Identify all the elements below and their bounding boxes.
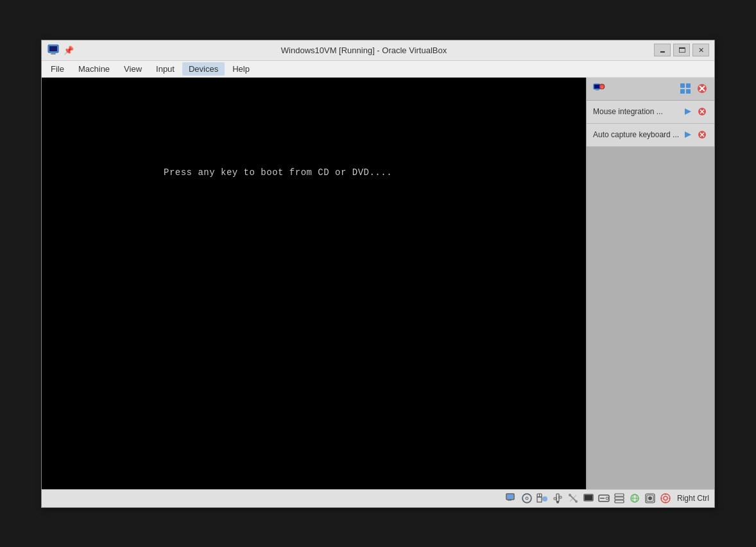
status-network-icon[interactable] xyxy=(628,492,641,505)
svg-rect-12 xyxy=(680,89,685,94)
menu-devices[interactable]: Devices xyxy=(182,62,225,76)
window-controls: 🗕 🗖 ✕ xyxy=(654,44,709,56)
status-audio-icon[interactable] xyxy=(644,492,657,505)
svg-point-35 xyxy=(542,496,547,501)
side-toolbar-right xyxy=(678,81,709,96)
svg-point-42 xyxy=(575,500,578,503)
svg-rect-45 xyxy=(585,495,592,500)
mouse-integration-actions xyxy=(682,106,708,117)
side-item-auto-capture[interactable]: Auto capture keyboard ... xyxy=(587,124,714,147)
menu-help[interactable]: Help xyxy=(226,62,256,76)
side-main-icon[interactable]: ! xyxy=(592,81,606,96)
side-icon-settings[interactable] xyxy=(678,81,692,96)
svg-point-30 xyxy=(526,497,528,500)
svg-point-58 xyxy=(661,494,670,503)
svg-rect-1 xyxy=(49,46,57,51)
menu-input[interactable]: Input xyxy=(150,62,181,76)
svg-rect-5 xyxy=(594,85,599,88)
svg-point-31 xyxy=(523,494,531,502)
side-panel: ! xyxy=(586,78,714,489)
menu-bar: File Machine View Input Devices Help xyxy=(42,61,714,78)
svg-rect-36 xyxy=(556,494,559,501)
window-title: Windows10VM [Running] - Oracle VirtualBo… xyxy=(74,46,654,55)
auto-capture-close[interactable] xyxy=(696,129,708,140)
menu-machine[interactable]: Machine xyxy=(72,62,116,76)
status-settings-icon[interactable] xyxy=(659,492,672,505)
title-bar-left: 📌 xyxy=(47,44,74,56)
status-storage-icon[interactable] xyxy=(613,492,626,505)
vm-screen[interactable]: Press any key to boot from CD or DVD.... xyxy=(42,78,586,489)
auto-capture-expand[interactable] xyxy=(682,129,694,140)
mouse-integration-label: Mouse integration ... xyxy=(593,107,682,116)
status-bar: Right Ctrl xyxy=(42,489,714,507)
main-area: Press any key to boot from CD or DVD....… xyxy=(42,78,714,489)
side-toolbar-left: ! xyxy=(592,81,606,96)
vm-boot-text: Press any key to boot from CD or DVD.... xyxy=(164,167,392,178)
status-display2-icon[interactable] xyxy=(582,492,595,505)
svg-marker-21 xyxy=(685,131,691,138)
status-tools-icon[interactable] xyxy=(567,492,580,505)
status-usb-icon[interactable] xyxy=(551,492,564,505)
svg-point-59 xyxy=(664,496,667,500)
side-icon-close[interactable] xyxy=(695,81,709,96)
mouse-integration-expand[interactable] xyxy=(682,106,694,117)
svg-rect-49 xyxy=(615,494,624,496)
svg-rect-33 xyxy=(537,497,542,502)
side-panel-empty-area xyxy=(587,147,714,489)
svg-rect-13 xyxy=(686,89,691,94)
side-item-mouse-integration[interactable]: Mouse integration ... xyxy=(587,101,714,124)
svg-rect-11 xyxy=(686,83,691,88)
svg-rect-28 xyxy=(508,500,511,501)
status-display-icon[interactable] xyxy=(505,492,518,505)
svg-point-39 xyxy=(556,501,559,503)
restore-button[interactable]: 🗖 xyxy=(673,44,690,56)
svg-point-47 xyxy=(606,497,608,500)
svg-point-57 xyxy=(648,496,652,500)
svg-rect-7 xyxy=(596,90,599,90)
auto-capture-label: Auto capture keyboard ... xyxy=(593,130,682,139)
menu-file[interactable]: File xyxy=(44,62,71,76)
svg-point-29 xyxy=(522,494,531,503)
virtualbox-window: 📌 Windows10VM [Running] - Oracle Virtual… xyxy=(41,40,715,508)
svg-rect-50 xyxy=(615,497,624,500)
auto-capture-actions xyxy=(682,129,708,140)
pin-icon[interactable]: 📌 xyxy=(64,46,74,55)
title-bar: 📌 Windows10VM [Running] - Oracle Virtual… xyxy=(42,40,714,61)
svg-rect-3 xyxy=(51,53,56,55)
mouse-integration-close[interactable] xyxy=(696,106,708,117)
svg-marker-17 xyxy=(685,108,691,115)
app-icon xyxy=(47,44,60,56)
status-optical-icon[interactable] xyxy=(520,492,533,505)
svg-rect-10 xyxy=(680,83,685,88)
close-button[interactable]: ✕ xyxy=(692,44,709,56)
svg-rect-51 xyxy=(615,500,624,503)
svg-rect-26 xyxy=(507,494,513,499)
right-ctrl-label: Right Ctrl xyxy=(677,494,709,503)
status-mouse-icon[interactable] xyxy=(536,492,549,505)
side-panel-toolbar: ! xyxy=(587,78,714,101)
menu-view[interactable]: View xyxy=(117,62,148,76)
minimize-button[interactable]: 🗕 xyxy=(654,44,671,56)
status-hdd-icon[interactable] xyxy=(597,492,610,505)
svg-point-41 xyxy=(569,494,571,496)
